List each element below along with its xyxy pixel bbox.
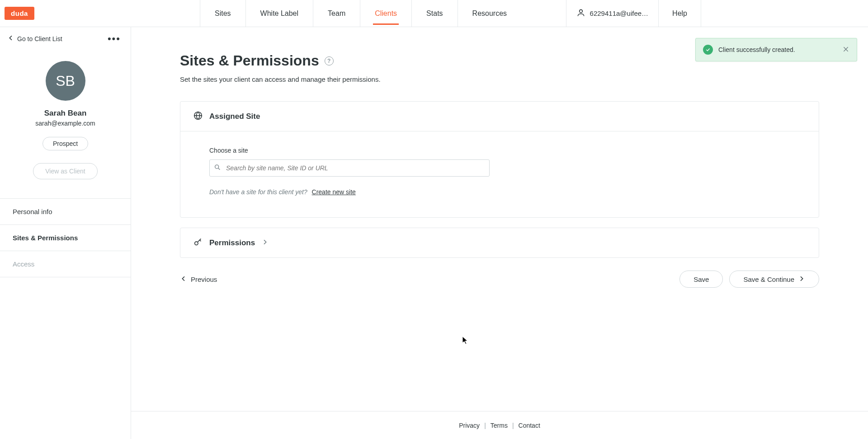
footer-sep: | (484, 422, 486, 429)
main-inner: Sites & Permissions ? Set the sites your… (131, 27, 868, 411)
client-email: sarah@example.com (35, 120, 95, 127)
svg-point-0 (579, 9, 582, 13)
footer-contact-link[interactable]: Contact (519, 422, 540, 429)
sidebar-item-sites-permissions[interactable]: Sites & Permissions (0, 224, 131, 251)
assigned-site-body: Choose a site Don't have a site for this… (180, 131, 819, 217)
brand-logo[interactable]: duda (5, 7, 34, 20)
avatar: SB (46, 61, 85, 101)
svg-point-6 (195, 242, 198, 245)
action-row: Previous Save Save & Continue (180, 271, 819, 288)
nav-team[interactable]: Team (313, 0, 360, 27)
site-hint-row: Don't have a site for this client yet? C… (209, 188, 790, 196)
more-horizontal-icon: ••• (108, 33, 121, 44)
account-label: 6229411a@uifee… (590, 9, 649, 17)
user-icon (576, 8, 585, 19)
chevron-left-icon (7, 34, 14, 43)
toast-success: Client successfully created. (695, 38, 857, 61)
client-name: Sarah Bean (44, 109, 87, 118)
assigned-site-card: Assigned Site Choose a site Don't have a… (180, 101, 819, 218)
close-icon (842, 47, 849, 54)
footer: Privacy | Terms | Contact (131, 411, 868, 439)
nav-resources[interactable]: Resources (458, 0, 521, 27)
svg-point-4 (215, 165, 219, 168)
chevron-right-icon (798, 275, 805, 284)
top-nav: duda Sites White Label Team Clients Stat… (0, 0, 868, 27)
toast-text: Client successfully created. (718, 46, 837, 53)
back-label: Go to Client List (17, 35, 62, 42)
previous-button[interactable]: Previous (180, 275, 217, 284)
nav-white-label[interactable]: White Label (245, 0, 313, 27)
assigned-site-title: Assigned Site (209, 112, 260, 121)
search-icon (214, 164, 221, 173)
nav-help[interactable]: Help (658, 0, 701, 27)
svg-line-5 (218, 168, 220, 170)
footer-privacy-link[interactable]: Privacy (459, 422, 480, 429)
permissions-card[interactable]: Permissions (180, 228, 819, 258)
page-title-text: Sites & Permissions (180, 52, 319, 69)
nav-stats[interactable]: Stats (411, 0, 457, 27)
create-new-site-link[interactable]: Create new site (312, 188, 356, 196)
main: Client successfully created. Sites & Per… (131, 27, 868, 439)
chevron-right-icon (261, 238, 269, 247)
key-icon (193, 237, 203, 248)
sidebar: Go to Client List ••• SB Sarah Bean sara… (0, 27, 131, 439)
more-menu-button[interactable]: ••• (108, 37, 121, 41)
topnav-right: 6229411a@uifee… Help (566, 0, 868, 27)
permissions-header: Permissions (180, 228, 819, 257)
toast-close-button[interactable] (842, 46, 849, 54)
status-badge: Prospect (42, 137, 88, 150)
previous-label: Previous (191, 276, 217, 283)
page-subtitle: Set the sites your client can access and… (180, 75, 819, 83)
back-to-client-list[interactable]: Go to Client List (7, 34, 62, 43)
site-search-input[interactable] (209, 159, 490, 177)
view-as-client-button[interactable]: View as Client (33, 163, 97, 179)
nav-items: Sites White Label Team Clients Stats Res… (200, 0, 521, 27)
logo-wrap: duda (0, 0, 200, 27)
choose-site-label: Choose a site (209, 147, 790, 154)
nav-clients[interactable]: Clients (360, 0, 411, 27)
globe-icon (193, 111, 203, 122)
client-card: SB Sarah Bean sarah@example.com Prospect… (0, 47, 131, 192)
footer-terms-link[interactable]: Terms (491, 422, 508, 429)
nav-blank-right (701, 0, 868, 27)
nav-sites[interactable]: Sites (200, 0, 245, 27)
site-search-wrap (209, 159, 490, 177)
sidebar-nav: Personal info Sites & Permissions Access (0, 198, 131, 277)
chevron-left-icon (180, 275, 187, 284)
footer-sep: | (512, 422, 514, 429)
sidebar-item-access[interactable]: Access (0, 251, 131, 277)
permissions-title: Permissions (209, 238, 255, 248)
save-continue-button[interactable]: Save & Continue (729, 271, 819, 288)
save-continue-label: Save & Continue (743, 276, 794, 283)
sidebar-top: Go to Client List ••• (0, 27, 131, 47)
check-circle-icon (703, 45, 713, 55)
nav-account[interactable]: 6229411a@uifee… (566, 0, 659, 27)
help-tooltip-icon[interactable]: ? (325, 56, 334, 65)
save-button[interactable]: Save (679, 271, 723, 288)
site-hint-text: Don't have a site for this client yet? (209, 188, 307, 196)
assigned-site-header: Assigned Site (180, 102, 819, 131)
sidebar-item-personal-info[interactable]: Personal info (0, 198, 131, 224)
